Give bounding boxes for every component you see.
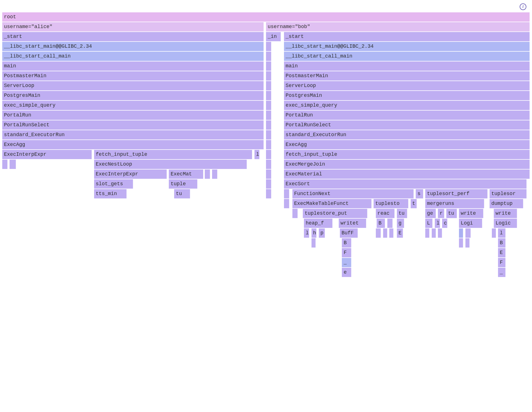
flame-frame[interactable] <box>284 189 289 198</box>
flame-frame[interactable]: __libc_start_call_main <box>284 52 530 61</box>
flame-frame[interactable]: ServerLoop <box>284 81 530 90</box>
flame-frame[interactable]: B <box>342 238 351 248</box>
flame-frame[interactable]: F <box>342 248 351 257</box>
flame-frame[interactable]: ServerLoop <box>2 81 264 90</box>
flame-frame[interactable]: s <box>416 189 423 198</box>
flame-frame[interactable] <box>266 130 271 139</box>
flame-frame[interactable] <box>387 219 393 228</box>
flame-frame[interactable] <box>266 91 271 100</box>
flame-frame[interactable]: E <box>498 248 505 257</box>
flame-frame[interactable]: h <box>312 228 317 238</box>
flame-frame[interactable] <box>266 150 271 159</box>
flame-frame[interactable] <box>438 228 442 238</box>
flame-frame[interactable] <box>266 52 271 61</box>
flame-frame[interactable]: mergeruns <box>425 199 484 208</box>
flame-frame[interactable]: fetch_input_tuple <box>284 150 530 159</box>
flame-frame[interactable]: E <box>397 228 403 238</box>
flame-frame[interactable]: Logic <box>494 219 517 228</box>
flame-frame[interactable]: _start <box>284 32 530 41</box>
flame-frame[interactable] <box>205 170 210 179</box>
info-icon[interactable]: i <box>520 3 526 10</box>
flame-frame[interactable]: PortalRunSelect <box>284 120 530 130</box>
flame-frame[interactable]: __libc_start_main@@GLIBC_2.34 <box>284 42 530 51</box>
flame-frame[interactable] <box>266 170 271 179</box>
flame-frame[interactable]: PortalRunSelect <box>2 120 264 130</box>
flame-frame[interactable]: L <box>425 219 433 228</box>
flame-frame[interactable]: main <box>284 61 530 71</box>
flame-frame[interactable]: c <box>442 219 447 228</box>
flame-frame[interactable]: write <box>494 209 517 218</box>
flame-frame[interactable] <box>432 228 436 238</box>
flame-frame[interactable]: ge <box>425 209 436 218</box>
flame-frame[interactable]: main <box>2 61 264 71</box>
flame-frame[interactable]: username="bob" <box>266 22 530 31</box>
flame-frame[interactable] <box>465 228 471 238</box>
flame-frame[interactable]: PortalRun <box>2 111 264 120</box>
flame-frame[interactable]: standard_ExecutorRun <box>2 130 264 139</box>
flame-frame[interactable]: dumptup <box>490 199 523 208</box>
flame-frame[interactable] <box>459 228 463 238</box>
flame-frame[interactable]: standard_ExecutorRun <box>284 130 530 139</box>
flame-frame[interactable]: slot_gets <box>94 179 133 189</box>
flame-frame[interactable]: ExecNestLoop <box>94 160 247 169</box>
flame-frame[interactable]: reac <box>376 209 395 218</box>
flame-frame[interactable] <box>459 238 463 248</box>
flame-frame[interactable] <box>292 209 298 218</box>
flame-frame[interactable] <box>425 228 429 238</box>
flame-frame[interactable]: ExecAgg <box>284 140 530 149</box>
flame-frame[interactable]: username="alice" <box>2 22 264 31</box>
flame-frame[interactable]: l <box>304 228 309 238</box>
flame-frame[interactable] <box>284 199 289 208</box>
flame-frame[interactable]: l <box>435 219 440 228</box>
flame-frame[interactable] <box>266 140 271 149</box>
flame-frame[interactable]: PostgresMain <box>284 91 530 100</box>
flame-frame[interactable] <box>266 120 271 130</box>
flame-frame[interactable]: g <box>397 219 404 228</box>
flame-frame[interactable]: ExecInterpExpr <box>2 150 92 159</box>
flame-frame[interactable]: tuple <box>169 179 197 189</box>
flame-frame[interactable]: __libc_start_main@@GLIBC_2.34 <box>2 42 264 51</box>
flame-frame[interactable]: tuplesort_perf <box>425 189 488 198</box>
flame-frame[interactable]: F <box>498 258 505 267</box>
flame-frame[interactable]: exec_simple_query <box>284 101 530 110</box>
flame-frame[interactable]: ExecMaterial <box>284 170 530 179</box>
flame-frame[interactable] <box>383 228 387 238</box>
flame-frame[interactable]: tu <box>174 189 190 198</box>
flame-frame[interactable]: Logi <box>459 219 482 228</box>
flame-frame[interactable]: _ <box>342 258 351 267</box>
flame-frame[interactable]: l <box>254 150 260 159</box>
flame-frame[interactable] <box>266 61 271 71</box>
flame-frame[interactable]: tuplestore_put <box>303 209 367 218</box>
flame-frame[interactable]: _in <box>266 32 281 41</box>
flame-frame[interactable]: ExecInterpExpr <box>94 170 167 179</box>
flame-frame[interactable]: _ <box>498 268 505 277</box>
flame-frame[interactable] <box>266 189 271 198</box>
flame-frame[interactable]: BufF <box>340 228 358 238</box>
flame-frame[interactable] <box>312 238 316 248</box>
flame-frame[interactable] <box>492 228 496 238</box>
flame-frame[interactable]: ExecAgg <box>2 140 264 149</box>
flame-frame[interactable]: B <box>377 219 385 228</box>
flame-frame[interactable]: p <box>319 228 325 238</box>
flame-frame[interactable]: writet <box>339 219 366 228</box>
flame-frame[interactable] <box>266 71 271 81</box>
flame-frame[interactable]: fetch_input_tuple <box>94 150 252 159</box>
flame-frame[interactable]: PortalRun <box>284 111 530 120</box>
flame-frame[interactable]: FunctionNext <box>292 189 414 198</box>
flame-frame[interactable]: heap_f <box>304 219 332 228</box>
flame-frame[interactable]: ExecMakeTableFunct <box>292 199 372 208</box>
flame-frame[interactable]: r <box>438 209 444 218</box>
flame-frame[interactable]: ExecMat <box>169 170 203 179</box>
flame-frame[interactable]: e <box>342 268 351 277</box>
flame-frame[interactable]: l <box>498 228 505 238</box>
flame-frame[interactable] <box>266 81 271 90</box>
flame-frame[interactable]: ExecSort <box>284 179 527 189</box>
flame-frame[interactable]: root <box>2 12 530 22</box>
flame-frame[interactable] <box>10 160 16 169</box>
flame-frame[interactable]: PostgresMain <box>2 91 264 100</box>
flame-frame[interactable] <box>266 160 271 169</box>
flame-frame[interactable]: B <box>498 238 505 248</box>
flame-frame[interactable] <box>376 228 381 238</box>
flame-frame[interactable] <box>465 238 470 248</box>
flame-frame[interactable]: exec_simple_query <box>2 101 264 110</box>
